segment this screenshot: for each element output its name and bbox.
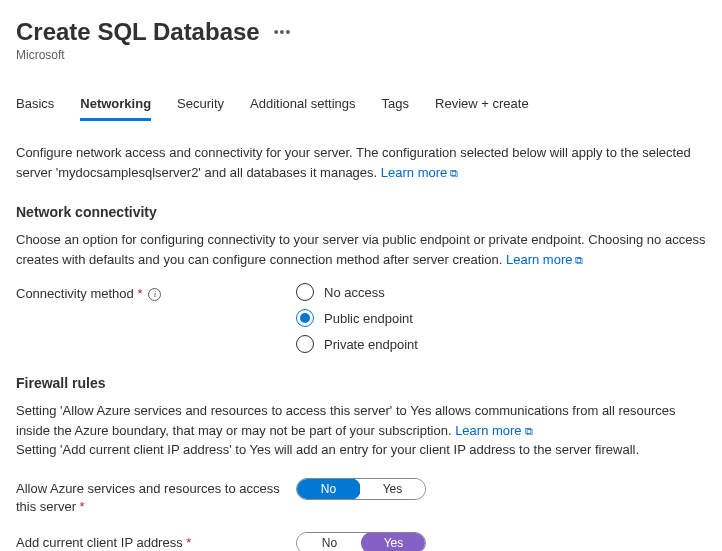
connectivity-learn-more-link[interactable]: Learn more⧉: [506, 252, 583, 267]
more-icon[interactable]: •••: [274, 24, 292, 40]
tab-basics[interactable]: Basics: [16, 96, 54, 121]
firewall-rules-heading: Firewall rules: [16, 375, 706, 391]
tab-security[interactable]: Security: [177, 96, 224, 121]
toggle-no[interactable]: No: [297, 533, 362, 551]
page-title: Create SQL Database: [16, 18, 260, 46]
toggle-no[interactable]: No: [296, 478, 361, 500]
allow-azure-toggle[interactable]: No Yes: [296, 478, 426, 500]
firewall-rules-desc: Setting 'Allow Azure services and resour…: [16, 401, 706, 460]
intro-body: Configure network access and connectivit…: [16, 145, 691, 180]
tab-additional-settings[interactable]: Additional settings: [250, 96, 356, 121]
tab-review-create[interactable]: Review + create: [435, 96, 529, 121]
client-ip-toggle[interactable]: No Yes: [296, 532, 426, 551]
radio-label: Public endpoint: [324, 311, 413, 326]
radio-icon: [296, 283, 314, 301]
toggle-yes[interactable]: Yes: [360, 479, 425, 499]
tab-networking[interactable]: Networking: [80, 96, 151, 121]
radio-label: No access: [324, 285, 385, 300]
firewall-learn-more-link[interactable]: Learn more⧉: [455, 423, 532, 438]
connectivity-method-radio-group: No access Public endpoint Private endpoi…: [296, 283, 418, 353]
connectivity-method-label: Connectivity method * i: [16, 283, 296, 303]
client-ip-label: Add current client IP address *: [16, 532, 296, 551]
radio-private-endpoint[interactable]: Private endpoint: [296, 335, 418, 353]
intro-text: Configure network access and connectivit…: [16, 143, 706, 182]
external-link-icon: ⧉: [575, 254, 583, 266]
publisher: Microsoft: [16, 48, 706, 62]
toggle-yes[interactable]: Yes: [361, 532, 426, 551]
tabs: Basics Networking Security Additional se…: [16, 96, 706, 121]
radio-label: Private endpoint: [324, 337, 418, 352]
radio-icon: [296, 309, 314, 327]
intro-learn-more-link[interactable]: Learn more⧉: [381, 165, 458, 180]
tab-tags[interactable]: Tags: [382, 96, 409, 121]
allow-azure-label: Allow Azure services and resources to ac…: [16, 478, 296, 516]
external-link-icon: ⧉: [450, 167, 458, 179]
radio-public-endpoint[interactable]: Public endpoint: [296, 309, 418, 327]
radio-icon: [296, 335, 314, 353]
info-icon[interactable]: i: [148, 288, 161, 301]
radio-no-access[interactable]: No access: [296, 283, 418, 301]
network-connectivity-desc: Choose an option for configuring connect…: [16, 230, 706, 269]
external-link-icon: ⧉: [525, 425, 533, 437]
network-connectivity-heading: Network connectivity: [16, 204, 706, 220]
